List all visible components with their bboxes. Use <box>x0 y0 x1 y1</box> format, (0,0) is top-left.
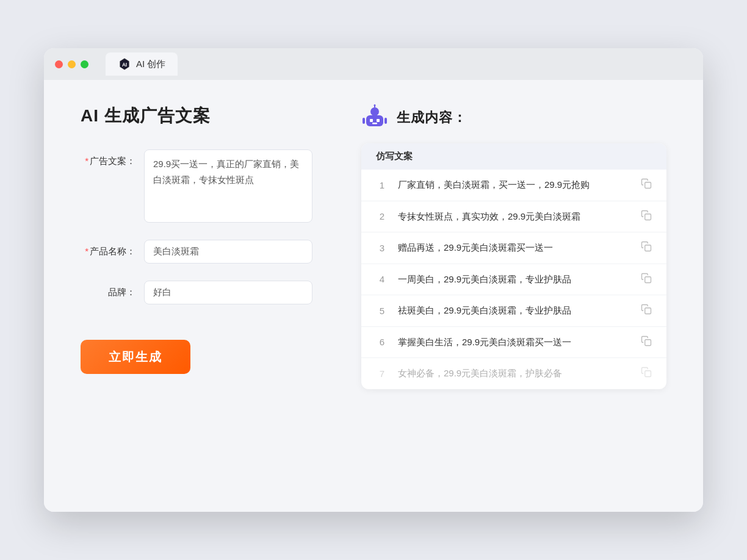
right-panel: 生成内容： 仿写文案 1厂家直销，美白淡斑霜，买一送一，29.9元抢购2专抹女性… <box>361 104 666 487</box>
row-text: 掌握美白生活，29.9元美白淡斑霜买一送一 <box>398 336 631 350</box>
minimize-button[interactable] <box>68 60 76 68</box>
svg-rect-6 <box>372 123 377 124</box>
active-tab[interactable]: AI AI 创作 <box>106 52 178 76</box>
maximize-button[interactable] <box>81 60 88 68</box>
svg-rect-3 <box>366 115 383 126</box>
brand-label: 品牌： <box>81 281 135 298</box>
copy-button[interactable] <box>641 304 652 317</box>
robot-icon <box>361 104 388 131</box>
title-bar: AI AI 创作 <box>44 48 703 80</box>
row-number: 3 <box>376 243 388 253</box>
svg-rect-15 <box>645 308 651 314</box>
row-number: 7 <box>376 368 388 379</box>
row-text: 厂家直销，美白淡斑霜，买一送一，29.9元抢购 <box>398 178 631 192</box>
table-row: 7女神必备，29.9元美白淡斑霜，护肤必备 <box>361 358 666 389</box>
row-text: 一周美白，29.9元美白淡斑霜，专业护肤品 <box>398 273 631 287</box>
brand-input[interactable] <box>144 281 312 304</box>
svg-rect-17 <box>645 371 651 377</box>
table-header: 仿写文案 <box>361 143 666 170</box>
table-row: 6掌握美白生活，29.9元美白淡斑霜买一送一 <box>361 327 666 359</box>
row-number: 5 <box>376 306 388 316</box>
svg-point-8 <box>374 104 376 106</box>
svg-rect-11 <box>645 182 651 188</box>
svg-rect-4 <box>370 119 373 122</box>
svg-rect-12 <box>645 214 651 220</box>
left-panel: AI 生成广告文案 *广告文案： *产品名称： 品牌： 立即生成 <box>81 104 312 487</box>
product-name-input[interactable] <box>144 240 312 264</box>
browser-window: AI AI 创作 AI 生成广告文案 *广告文案： *产品名称： <box>44 48 703 512</box>
tab-label: AI 创作 <box>136 59 165 70</box>
copy-button[interactable] <box>641 241 652 254</box>
product-name-label: *产品名称： <box>81 240 135 257</box>
svg-rect-5 <box>377 119 380 122</box>
result-header: 生成内容： <box>361 104 666 131</box>
ad-copy-label: *广告文案： <box>81 149 135 167</box>
required-star: * <box>85 156 88 166</box>
svg-text:AI: AI <box>122 62 127 68</box>
required-star-2: * <box>85 246 88 256</box>
table-row: 1厂家直销，美白淡斑霜，买一送一，29.9元抢购 <box>361 170 666 201</box>
page-title: AI 生成广告文案 <box>81 104 312 127</box>
row-number: 4 <box>376 274 388 284</box>
result-rows-container: 1厂家直销，美白淡斑霜，买一送一，29.9元抢购2专抹女性斑点，真实功效，29.… <box>361 170 666 389</box>
row-number: 6 <box>376 337 388 347</box>
copy-button[interactable] <box>641 178 652 192</box>
ad-copy-group: *广告文案： <box>81 149 312 223</box>
copy-button[interactable] <box>641 210 652 223</box>
svg-rect-13 <box>645 245 651 251</box>
table-row: 2专抹女性斑点，真实功效，29.9元美白淡斑霜 <box>361 201 666 233</box>
traffic-lights <box>55 60 88 68</box>
copy-button[interactable] <box>641 367 652 380</box>
row-text: 赠品再送，29.9元美白淡斑霜买一送一 <box>398 241 631 255</box>
row-number: 1 <box>376 180 388 190</box>
product-name-group: *产品名称： <box>81 240 312 264</box>
svg-rect-14 <box>645 277 651 283</box>
row-text: 专抹女性斑点，真实功效，29.9元美白淡斑霜 <box>398 210 631 224</box>
table-row: 5祛斑美白，29.9元美白淡斑霜，专业护肤品 <box>361 295 666 327</box>
row-text: 祛斑美白，29.9元美白淡斑霜，专业护肤品 <box>398 304 631 318</box>
svg-rect-9 <box>363 118 365 124</box>
copy-button[interactable] <box>641 273 652 286</box>
result-title: 生成内容： <box>397 109 467 127</box>
svg-point-2 <box>370 107 379 116</box>
generate-button[interactable]: 立即生成 <box>81 340 190 374</box>
ad-copy-input[interactable] <box>144 149 312 223</box>
ai-tab-icon: AI <box>118 57 131 71</box>
row-number: 2 <box>376 211 388 221</box>
result-table: 仿写文案 1厂家直销，美白淡斑霜，买一送一，29.9元抢购2专抹女性斑点，真实功… <box>361 143 666 389</box>
brand-group: 品牌： <box>81 281 312 304</box>
svg-rect-16 <box>645 340 651 346</box>
copy-button[interactable] <box>641 336 652 349</box>
table-row: 3赠品再送，29.9元美白淡斑霜买一送一 <box>361 232 666 264</box>
close-button[interactable] <box>55 60 63 68</box>
table-row: 4一周美白，29.9元美白淡斑霜，专业护肤品 <box>361 264 666 296</box>
row-text: 女神必备，29.9元美白淡斑霜，护肤必备 <box>398 367 631 381</box>
content-area: AI 生成广告文案 *广告文案： *产品名称： 品牌： 立即生成 <box>44 80 703 512</box>
svg-rect-10 <box>384 118 387 124</box>
